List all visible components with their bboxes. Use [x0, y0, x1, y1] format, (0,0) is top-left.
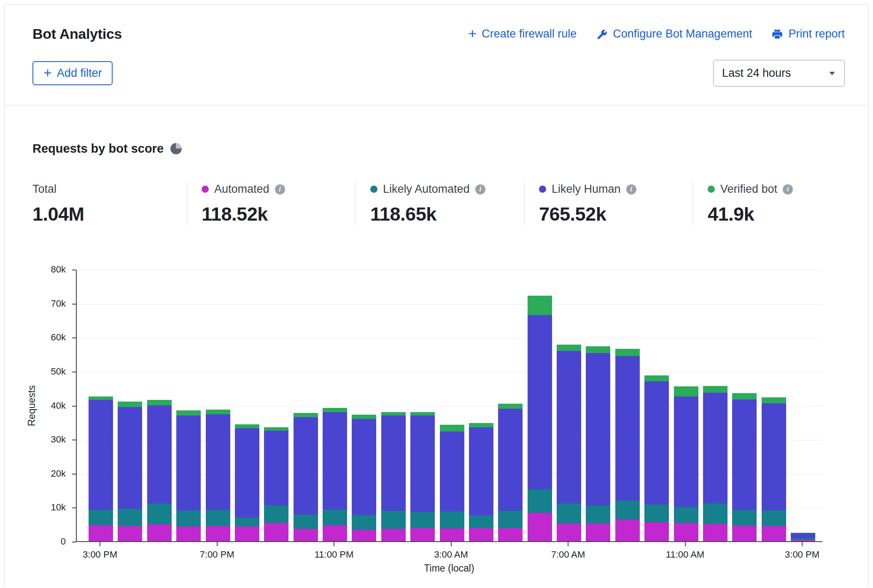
bar[interactable] [557, 345, 581, 541]
bar-segment [703, 386, 728, 393]
bar[interactable] [352, 415, 376, 541]
panel-content: Requests by bot score Total 1.04M Automa… [5, 105, 868, 579]
info-icon[interactable]: i [275, 184, 285, 194]
bar-segment [703, 393, 728, 504]
bar[interactable] [586, 346, 610, 541]
x-tick-mark [802, 542, 803, 546]
plus-icon: + [468, 26, 477, 40]
bar-segment [469, 427, 493, 515]
bar[interactable] [498, 404, 523, 541]
bar-segment [323, 412, 347, 510]
bar[interactable] [703, 386, 728, 541]
stat-value: 765.52k [539, 203, 693, 225]
bar[interactable] [118, 402, 142, 541]
bar[interactable] [528, 296, 552, 541]
y-tick-label: 80k [5, 264, 66, 275]
bar-segment [147, 524, 172, 541]
bar-segment [294, 515, 318, 529]
pie-chart-icon [170, 143, 182, 154]
bar[interactable] [410, 412, 435, 541]
bar[interactable] [176, 410, 201, 541]
bar[interactable] [674, 386, 698, 541]
bar-segment [264, 431, 288, 505]
bar-segment [557, 523, 581, 541]
bar[interactable] [440, 425, 464, 541]
bar-segment [703, 524, 728, 541]
stat-likely-automated: Likely Automated i 118.65k [356, 182, 524, 225]
bar[interactable] [264, 427, 288, 541]
bar-segment [674, 386, 698, 396]
bar[interactable] [732, 393, 757, 541]
bar-segment [586, 505, 610, 523]
info-icon[interactable]: i [783, 184, 793, 194]
bar-segment [440, 512, 464, 529]
gridline [77, 372, 822, 372]
bar-segment [264, 523, 288, 541]
time-range-select[interactable]: Last 24 hours [713, 60, 845, 86]
bar-segment [176, 415, 201, 511]
bar-segment [762, 397, 786, 404]
bar[interactable] [294, 413, 318, 541]
info-icon[interactable]: i [626, 184, 636, 194]
bar-segment [586, 523, 610, 541]
bar[interactable] [89, 396, 113, 541]
bar-segment [381, 415, 406, 511]
bar-segment [323, 408, 347, 412]
gridline [77, 304, 822, 305]
bar-segment [176, 410, 201, 415]
chevron-down-icon [827, 69, 837, 78]
bar-segment [235, 428, 259, 517]
bar-segment [118, 509, 142, 526]
bar-segment [557, 345, 581, 351]
bar[interactable] [791, 533, 815, 541]
stat-total: Total 1.04M [32, 182, 187, 225]
bar-segment [323, 525, 347, 541]
stat-value: 118.52k [202, 203, 356, 225]
bar-segment [762, 510, 786, 526]
bar[interactable] [235, 424, 259, 541]
bar-segment [235, 424, 259, 428]
bar-segment [469, 423, 493, 427]
bar-segment [294, 413, 318, 417]
x-tick-label: 11:00 AM [666, 549, 704, 560]
y-tick-mark [72, 372, 76, 372]
bar-segment [528, 315, 552, 489]
printer-icon [771, 28, 783, 40]
create-firewall-rule-link[interactable]: + Create firewall rule [468, 27, 577, 40]
bar-segment [381, 412, 406, 415]
bar-segment [206, 414, 230, 510]
x-tick-mark [568, 542, 569, 546]
bar-segment [732, 510, 757, 526]
bar-segment [644, 504, 669, 522]
bar[interactable] [469, 423, 493, 541]
legend-dot [370, 186, 377, 193]
bar[interactable] [147, 400, 172, 541]
bar-segment [235, 518, 259, 526]
y-tick-mark [72, 406, 76, 407]
time-range-value: Last 24 hours [722, 67, 791, 80]
bar-segment [644, 381, 669, 504]
bar-segment [498, 404, 523, 409]
page-title: Bot Analytics [32, 26, 122, 42]
stat-likely-human: Likely Human i 765.52k [524, 182, 693, 225]
bar-segment [557, 351, 581, 504]
bar-segment [440, 425, 464, 431]
info-icon[interactable]: i [475, 184, 485, 194]
bar[interactable] [206, 410, 230, 541]
add-filter-button[interactable]: + Add filter [32, 61, 113, 85]
bar-segment [732, 526, 757, 541]
bar[interactable] [644, 375, 669, 541]
bar-segment [674, 523, 698, 541]
bar[interactable] [323, 408, 347, 541]
bar-segment [498, 511, 523, 528]
bar[interactable] [381, 412, 406, 541]
bar-segment [352, 530, 376, 541]
bar-segment [235, 526, 259, 542]
panel-header: Bot Analytics + Create firewall rule Con… [5, 5, 868, 105]
configure-bot-management-link[interactable]: Configure Bot Management [596, 27, 752, 40]
bar[interactable] [615, 349, 640, 541]
bar-segment [381, 511, 406, 529]
bar-segment [674, 396, 698, 507]
print-report-link[interactable]: Print report [771, 27, 845, 40]
bar[interactable] [762, 397, 786, 541]
